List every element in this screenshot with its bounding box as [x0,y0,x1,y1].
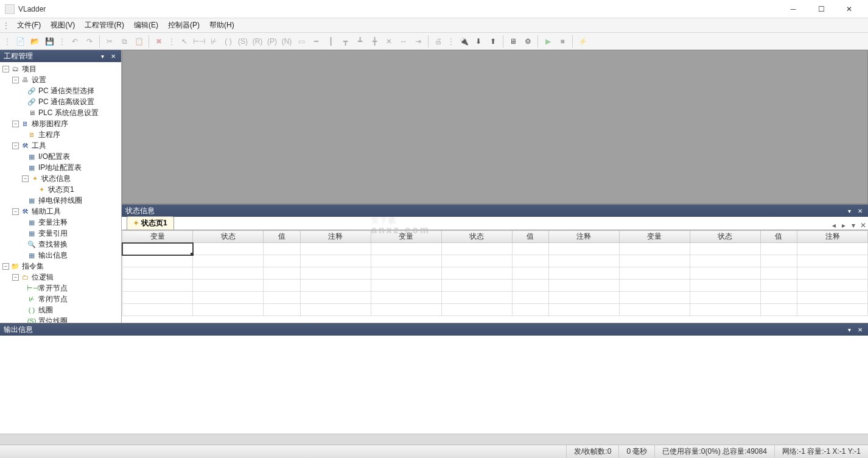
col-value[interactable]: 值 [760,231,797,243]
tree-set-coil[interactable]: (S)置位线圈 [0,315,121,323]
menu-controller[interactable]: 控制器(P) [163,19,205,32]
stop-icon[interactable]: ■ [556,35,569,48]
table-row[interactable] [122,267,868,280]
col-comment[interactable]: 注释 [797,231,868,243]
set-coil-icon[interactable]: (S) [236,35,250,48]
vline-icon[interactable]: ┃ [324,35,337,48]
tree-io-table[interactable]: ▦I/O配置表 [0,151,121,162]
tab-next-icon[interactable]: ▸ [839,221,849,230]
panel-close-icon[interactable]: ✕ [856,326,864,333]
pos-edge-icon[interactable]: (P) [265,35,279,48]
tab-close-icon[interactable]: ✕ [858,221,868,230]
col-var[interactable]: 变量 [122,231,193,243]
tree-main-prog[interactable]: 🗎主程序 [0,129,121,140]
compile-icon[interactable]: ⚡ [576,35,589,48]
tree-bit-logic[interactable]: −🗀位逻辑 [0,272,121,283]
tree-ip-table[interactable]: ▦IP地址配置表 [0,162,121,173]
tree-project[interactable]: −🗂项目 [0,63,121,74]
hline-icon[interactable]: ━ [309,35,323,48]
tree-retentive[interactable]: ▦掉电保持线圈 [0,195,121,206]
col-state[interactable]: 状态 [441,231,512,243]
del-vline-icon[interactable]: ✕ [382,35,396,48]
new-icon[interactable]: 📄 [13,35,27,48]
tree-tools[interactable]: −🛠工具 [0,140,121,151]
ladder-canvas[interactable] [122,50,868,204]
menu-edit[interactable]: 编辑(E) [129,19,163,32]
copy-icon[interactable]: ⧉ [117,35,131,48]
tree-plc-sysinfo[interactable]: 🖥PLC 系统信息设置 [0,107,121,118]
tree-aux-tools[interactable]: −🛠辅助工具 [0,206,121,217]
panel-close-icon[interactable]: ✕ [856,208,864,214]
col-value[interactable]: 值 [512,231,548,243]
panel-dropdown-icon[interactable]: ▾ [98,53,107,60]
close-button[interactable]: ✕ [835,0,863,18]
monitor-icon[interactable]: 🖥 [506,35,520,48]
col-value[interactable]: 值 [264,231,300,243]
table-row[interactable] [122,280,868,292]
tree-no-contact[interactable]: ⊢⊣常开节点 [0,283,121,294]
panel-dropdown-icon[interactable]: ▾ [845,326,853,333]
menu-view[interactable]: 视图(V) [46,19,80,32]
col-comment[interactable]: 注释 [300,231,371,243]
tree-pc-comm-adv[interactable]: 🔗PC 通信高级设置 [0,96,121,107]
menu-project[interactable]: 工程管理(R) [80,19,129,32]
save-icon[interactable]: 💾 [43,35,56,48]
tree-settings[interactable]: −🖶设置 [0,74,121,85]
tree-find-replace[interactable]: 🔍查找替换 [0,239,121,250]
maximize-button[interactable]: ☐ [807,0,835,18]
config-icon[interactable]: ⚙ [521,35,534,48]
table-row[interactable] [122,292,868,304]
table-row[interactable] [122,243,868,255]
coil-icon[interactable]: ( ) [222,35,235,48]
undo-icon[interactable]: ↶ [68,35,82,48]
no-contact-icon[interactable]: ⊢⊣ [192,35,206,48]
insert-row-icon[interactable]: ⇥ [411,35,425,48]
tree-status-info[interactable]: −✦状态信息 [0,173,121,184]
col-var[interactable]: 变量 [619,231,690,243]
tree-nc-contact[interactable]: ⊬常闭节点 [0,294,121,305]
neg-edge-icon[interactable]: (N) [280,35,293,48]
connect-icon[interactable]: 🔌 [457,35,471,48]
status-grid[interactable]: 变量 状态 值 注释 变量 状态 值 注释 变量 状态 值 注释 [122,230,868,323]
col-var[interactable]: 变量 [371,231,441,243]
menu-help[interactable]: 帮助(H) [205,19,239,32]
fb-icon[interactable]: ▭ [295,35,308,48]
run-icon[interactable]: ▶ [541,35,555,48]
tree-pc-comm-type[interactable]: 🔗PC 通信类型选择 [0,85,121,96]
redo-icon[interactable]: ↷ [83,35,96,48]
upload-icon[interactable]: ⬆ [486,35,500,48]
tab-menu-icon[interactable]: ▾ [849,221,858,230]
tree-output-info[interactable]: ▦输出信息 [0,250,121,261]
tree-inst-set[interactable]: −📁指令集 [0,261,121,272]
open-icon[interactable]: 📂 [28,35,41,48]
branch-icon[interactable]: ╋ [368,35,381,48]
nc-contact-icon[interactable]: ⊬ [207,35,220,48]
reset-coil-icon[interactable]: (R) [251,35,264,48]
print-icon[interactable]: 🖨 [432,35,445,48]
menu-file[interactable]: 文件(F) [12,19,46,32]
branch-up-icon[interactable]: ┻ [353,35,366,48]
delete-icon[interactable]: ✖ [152,35,166,48]
pointer-icon[interactable]: ↖ [178,35,191,48]
panel-dropdown-icon[interactable]: ▾ [845,208,853,214]
tree-coil[interactable]: ( )线圈 [0,305,121,315]
panel-close-icon[interactable]: ✕ [109,53,117,60]
tree-status-page1[interactable]: ✦状态页1 [0,184,121,195]
tab-prev-icon[interactable]: ◂ [829,221,839,230]
project-tree[interactable]: −🗂项目 −🖶设置 🔗PC 通信类型选择 🔗PC 通信高级设置 🖥PLC 系统信… [0,62,121,323]
col-state[interactable]: 状态 [690,231,760,243]
tree-var-comment[interactable]: ▦变量注释 [0,217,121,228]
download-icon[interactable]: ⬇ [472,35,485,48]
table-row[interactable] [122,255,868,267]
minimize-button[interactable]: ─ [779,0,807,18]
table-row[interactable] [122,304,868,316]
col-comment[interactable]: 注释 [548,231,619,243]
col-state[interactable]: 状态 [193,231,264,243]
tab-status-page1[interactable]: ✦ 状态页1 [127,216,174,230]
tree-var-ref[interactable]: ▦变量引用 [0,228,121,239]
tree-ladder-prog[interactable]: −🗎梯形图程序 [0,118,121,129]
del-hline-icon[interactable]: ↔ [397,35,410,48]
cut-icon[interactable]: ✂ [103,35,116,48]
output-body[interactable] [0,336,868,434]
branch-down-icon[interactable]: ┳ [338,35,352,48]
